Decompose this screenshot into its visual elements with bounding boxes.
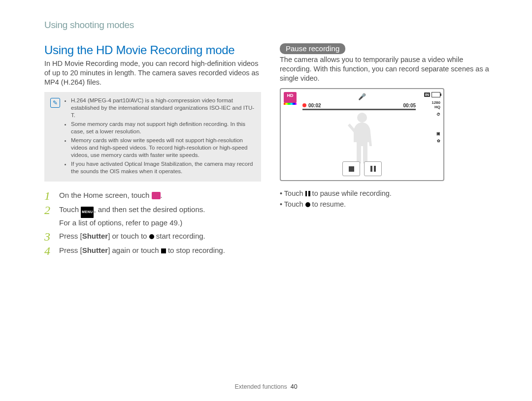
camera-display-illustration: HD 🎤 00:02 00:05 IN 1280HQ ⏱ — [280, 88, 444, 181]
step-4: Press [Shutter] again or touch to stop r… — [44, 246, 261, 256]
bullet-item: Touch to resume. — [280, 199, 497, 210]
step-text: ] or touch to — [108, 232, 149, 240]
two-column-layout: Using the HD Movie Recording mode In HD … — [44, 43, 502, 260]
step-text: to stop recording. — [166, 246, 225, 254]
page-number: 40 — [291, 383, 298, 390]
section-title: Using the HD Movie Recording mode — [44, 43, 261, 57]
step-subtext: For a list of options, refer to page 49.… — [59, 218, 182, 227]
note-item: H.264 (MPEG-4 part10/AVC) is a high-comp… — [71, 97, 255, 119]
display-buttons — [342, 161, 382, 176]
hd-movie-icon — [152, 192, 161, 199]
note-list: H.264 (MPEG-4 part10/AVC) is a high-comp… — [65, 97, 255, 177]
svg-point-0 — [357, 113, 367, 123]
steps-list: On the Home screen, touch . Touch MENU, … — [44, 190, 261, 256]
side-indicators: IN 1280HQ ⏱ ▣ ✿ — [420, 92, 440, 143]
note-item: Some memory cards may not support high d… — [71, 121, 255, 135]
pause-recording-pill: Pause recording — [280, 43, 345, 54]
note-item: Memory cards with slow write speeds will… — [71, 137, 255, 159]
manual-page: Using shooting modes Using the HD Movie … — [0, 0, 532, 401]
step-text: , and then set the desired options. — [94, 205, 205, 214]
left-column: Using the HD Movie Recording mode In HD … — [44, 43, 261, 260]
bullet-item: Touch to pause while recording. — [280, 188, 497, 199]
step-3: Press [Shutter] or touch to start record… — [44, 231, 261, 242]
burst-icon: ▣ — [436, 131, 440, 136]
note-item: If you have activated Optical Image Stab… — [71, 160, 255, 175]
step-text: Touch — [59, 205, 81, 214]
battery-icon — [432, 92, 440, 97]
right-column: Pause recording The camera allows you to… — [280, 43, 497, 260]
step-text: Press [ — [59, 232, 82, 240]
pause-body: The camera allows you to temporarily pau… — [280, 55, 497, 83]
elapsed-time: 00:02 — [308, 103, 321, 108]
breadcrumb: Using shooting modes — [44, 20, 502, 31]
shutter-label: Shutter — [82, 246, 108, 254]
pause-icon — [370, 166, 376, 172]
step-2: Touch MENU, and then set the desired opt… — [44, 205, 261, 228]
timer-icon: ⏱ — [436, 112, 440, 117]
person-silhouette — [345, 112, 379, 166]
step-text: On the Home screen, touch — [59, 191, 152, 199]
step-text: start recording. — [154, 232, 205, 240]
remaining-time: 00:05 — [403, 103, 416, 108]
microphone-icon: 🎤 — [358, 93, 366, 100]
stop-button[interactable] — [342, 161, 360, 176]
note-box: ✎ H.264 (MPEG-4 part10/AVC) is a high-co… — [44, 92, 261, 182]
stop-icon — [349, 166, 354, 172]
resolution-badge: 1280HQ — [432, 100, 440, 109]
page-footer: Extended functions 40 — [0, 383, 532, 390]
shutter-label: Shutter — [82, 232, 108, 240]
record-icon — [305, 202, 310, 207]
menu-icon: MENU — [81, 207, 94, 218]
pause-button[interactable] — [364, 161, 382, 176]
footer-section: Extended functions — [234, 383, 287, 390]
stop-icon — [161, 248, 166, 253]
note-icon: ✎ — [50, 98, 60, 108]
step-1: On the Home screen, touch . — [44, 190, 261, 201]
step-text: ] again or touch — [108, 246, 161, 254]
step-text: Press [ — [59, 246, 82, 254]
color-bar-icon — [284, 103, 297, 105]
record-icon — [149, 234, 154, 239]
intro-paragraph: In HD Movie Recording mode, you can reco… — [44, 59, 261, 87]
storage-in-badge: IN — [424, 93, 430, 97]
pause-icon — [305, 191, 310, 196]
step-text: . — [161, 191, 163, 199]
hd-badge-icon: HD — [284, 92, 297, 103]
progress-bar — [302, 109, 416, 110]
bullet-list: Touch to pause while recording. Touch to… — [280, 188, 497, 210]
recording-dot-icon — [302, 103, 306, 107]
ois-icon: ✿ — [437, 139, 440, 143]
